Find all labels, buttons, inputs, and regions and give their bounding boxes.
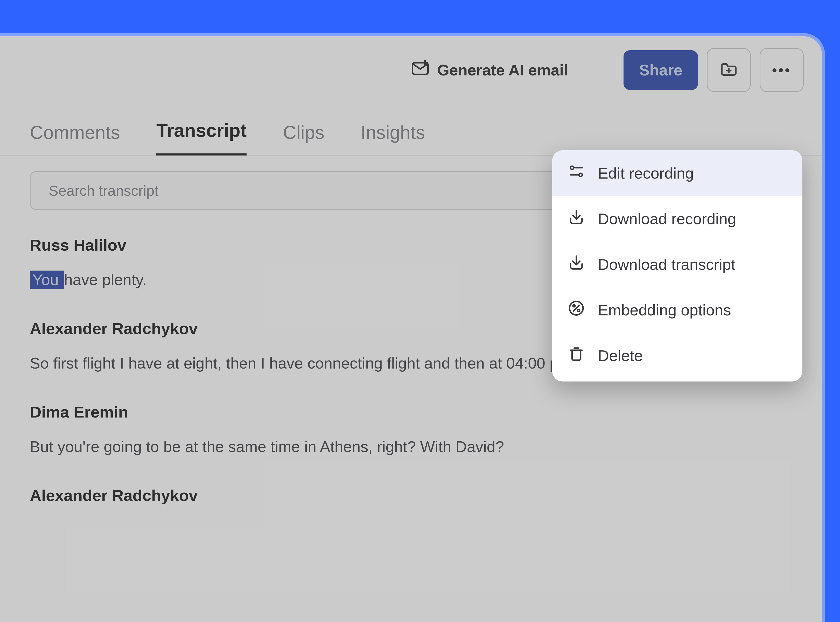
app-frame: Generate AI email Share ••• bbox=[0, 36, 822, 622]
transcript-text: have plenty. bbox=[64, 271, 147, 288]
tab-clips[interactable]: Clips bbox=[283, 122, 324, 156]
topbar-actions: Generate AI email Share ••• bbox=[0, 36, 822, 104]
svg-point-5 bbox=[577, 309, 580, 311]
svg-point-2 bbox=[579, 173, 582, 177]
share-label: Share bbox=[639, 61, 683, 79]
menu-item-embedding-options[interactable]: Embedding options bbox=[552, 287, 802, 333]
download-icon bbox=[568, 254, 585, 275]
more-actions-menu: Edit recording Download recording bbox=[552, 150, 802, 381]
menu-item-download-transcript[interactable]: Download transcript bbox=[552, 242, 802, 287]
download-icon bbox=[568, 208, 585, 229]
trash-icon bbox=[568, 345, 585, 366]
generate-ai-email-label: Generate AI email bbox=[437, 61, 568, 79]
menu-item-label: Edit recording bbox=[598, 164, 694, 182]
more-icon: ••• bbox=[772, 62, 791, 78]
tab-comments[interactable]: Comments bbox=[30, 122, 120, 156]
stage: Generate AI email Share ••• bbox=[0, 0, 840, 622]
speaker-name: Dima Eremin bbox=[30, 403, 792, 421]
topbar: Generate AI email Share ••• bbox=[0, 36, 822, 156]
generate-ai-email-button[interactable]: Generate AI email bbox=[398, 51, 581, 89]
tabs: Comments Transcript Clips Insights bbox=[30, 120, 425, 156]
speaker-name: Alexander Radchykov bbox=[30, 486, 792, 505]
highlighted-word: You bbox=[30, 271, 64, 289]
tab-transcript[interactable]: Transcript bbox=[156, 120, 247, 156]
menu-item-label: Embedding options bbox=[598, 301, 731, 319]
menu-item-label: Delete bbox=[598, 347, 643, 364]
transcript-line: But you're going to be at the same time … bbox=[30, 433, 792, 460]
more-actions-button[interactable]: ••• bbox=[760, 48, 804, 92]
svg-point-1 bbox=[570, 166, 574, 169]
percent-icon bbox=[568, 300, 585, 320]
svg-point-4 bbox=[573, 305, 575, 307]
share-button[interactable]: Share bbox=[623, 50, 698, 90]
tab-insights[interactable]: Insights bbox=[360, 122, 425, 156]
menu-item-download-recording[interactable]: Download recording bbox=[552, 196, 802, 242]
menu-item-label: Download transcript bbox=[598, 256, 735, 273]
menu-item-delete[interactable]: Delete bbox=[552, 333, 802, 378]
menu-item-edit-recording[interactable]: Edit recording bbox=[552, 150, 802, 196]
sliders-icon bbox=[568, 163, 585, 183]
menu-item-label: Download recording bbox=[598, 210, 736, 228]
folder-plus-icon bbox=[719, 60, 738, 80]
mail-plus-icon bbox=[411, 59, 429, 81]
add-folder-button[interactable] bbox=[707, 48, 751, 92]
